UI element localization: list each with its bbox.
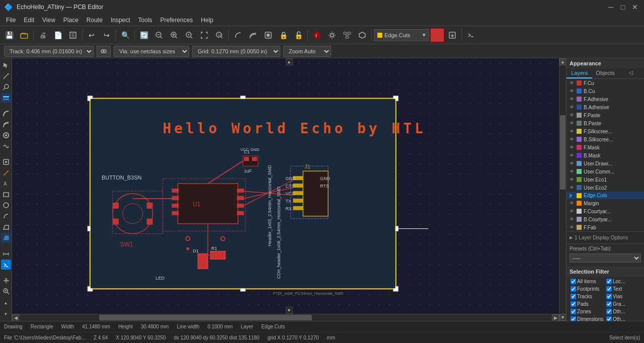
- unlock-button[interactable]: 🔓: [291, 28, 305, 42]
- tuning-tool[interactable]: [1, 141, 11, 151]
- tab-layers[interactable]: Layers: [567, 68, 592, 78]
- menu-inspect[interactable]: Inspect: [107, 16, 134, 25]
- canvas-scroll-up[interactable]: ▲: [286, 58, 293, 65]
- scroll-down-button[interactable]: ▼: [1, 309, 11, 319]
- diff-pair-tool[interactable]: [1, 120, 11, 130]
- hscroll-left-arrow[interactable]: ◀: [12, 314, 19, 321]
- close-button[interactable]: ✕: [630, 2, 640, 12]
- sf-gra[interactable]: Gra...: [606, 301, 640, 307]
- zoom-select-tool[interactable]: [1, 286, 11, 296]
- layer-fsilkscreen[interactable]: 👁 F.Silkscree...: [567, 127, 644, 135]
- layer-eye-margin[interactable]: 👁: [569, 200, 575, 206]
- sf-dimensions[interactable]: Dimensions: [571, 316, 604, 321]
- layer-eye-bsilkscreen[interactable]: 👁: [569, 136, 575, 142]
- print-button[interactable]: 🖨: [36, 28, 50, 42]
- place-footprint-tool[interactable]: [1, 157, 11, 167]
- netlist-button[interactable]: [340, 28, 354, 42]
- layer-eye-usereco2[interactable]: 👁: [569, 185, 575, 191]
- scripting-button-left[interactable]: [1, 260, 11, 270]
- layer-fpaste[interactable]: 👁 F.Paste: [567, 111, 644, 119]
- layer-eye-fmask[interactable]: 👁: [569, 144, 575, 150]
- minimize-button[interactable]: ─: [606, 2, 616, 12]
- maximize-button[interactable]: □: [618, 2, 628, 12]
- layer-eye-usereco1[interactable]: 👁: [569, 177, 575, 183]
- track-selector[interactable]: Track: 0.406 mm (0.01600 in): [4, 46, 94, 57]
- hscroll-right-arrow[interactable]: ▶: [552, 314, 559, 321]
- menu-place[interactable]: Place: [59, 16, 83, 25]
- sf-oth2[interactable]: Oth...: [606, 316, 640, 321]
- route-track-tool[interactable]: [1, 109, 11, 119]
- zoom-in-button[interactable]: [167, 28, 181, 42]
- export-button[interactable]: [445, 28, 459, 42]
- zoom-custom-button[interactable]: 1:1: [212, 28, 226, 42]
- locked-button[interactable]: 🔒: [276, 28, 290, 42]
- layer-bmask[interactable]: 👁 B.Mask: [567, 151, 644, 159]
- track-settings-button[interactable]: [97, 46, 111, 57]
- layer-bsilkscreen[interactable]: 👁 B.Silkscree...: [567, 135, 644, 143]
- scroll-up-button[interactable]: ▲: [1, 298, 11, 308]
- vscroll-track[interactable]: [559, 65, 566, 314]
- add-text-tool[interactable]: A: [1, 179, 11, 189]
- presets-dropdown[interactable]: -----: [570, 253, 641, 263]
- sf-footprints[interactable]: Footprints: [571, 286, 604, 292]
- sf-dimensions-check[interactable]: [571, 316, 576, 321]
- gerber-button[interactable]: [66, 28, 80, 42]
- layer-fcu[interactable]: 👁 F.Cu: [567, 79, 644, 87]
- sf-vias[interactable]: Vias: [606, 294, 640, 299]
- menu-view[interactable]: View: [38, 16, 59, 25]
- layer-ffab[interactable]: 👁 F.Fab: [567, 223, 644, 231]
- draw-zone-tool[interactable]: [1, 233, 11, 243]
- layer-usereco1[interactable]: 👁 User.Eco1: [567, 176, 644, 184]
- tab-collapse[interactable]: ◁: [618, 68, 644, 78]
- via-selector[interactable]: Via: use netclass sizes: [114, 46, 189, 57]
- menu-help[interactable]: Help: [197, 16, 217, 25]
- layer-eye-fadhesive[interactable]: 👁: [569, 96, 575, 102]
- grid-selector[interactable]: Grid: 0.1270 mm (0.0050 in): [192, 46, 280, 57]
- layer-bcu[interactable]: 👁 B.Cu: [567, 87, 644, 95]
- hscroll-track[interactable]: [19, 314, 552, 321]
- sf-pads[interactable]: Pads: [571, 301, 604, 307]
- layer-eye-usercomments[interactable]: 👁: [569, 168, 575, 175]
- sf-all-items-check[interactable]: [571, 279, 576, 284]
- sf-text[interactable]: Text: [606, 286, 640, 292]
- layer-expand-edgecuts[interactable]: [569, 194, 575, 198]
- sf-vias-check[interactable]: [606, 294, 612, 299]
- sf-zones-check[interactable]: [571, 309, 576, 314]
- draw-rect-tool[interactable]: [1, 190, 11, 200]
- layer-eye-fpaste[interactable]: 👁: [569, 112, 575, 118]
- layer-selector[interactable]: Edge.Cuts ▾: [374, 29, 429, 41]
- layer-fcourtyard[interactable]: 👁 F.Courtyar...: [567, 207, 644, 215]
- route-button[interactable]: [231, 28, 245, 42]
- hscroll-thumb[interactable]: [99, 315, 312, 320]
- sf-pads-check[interactable]: [571, 301, 576, 307]
- layer-eye-badhesive[interactable]: 👁: [569, 104, 575, 110]
- move-exact-tool[interactable]: [1, 276, 11, 286]
- scripting-button[interactable]: [464, 28, 478, 42]
- save-button[interactable]: 💾: [2, 28, 16, 42]
- vscroll-thumb[interactable]: [560, 115, 566, 190]
- via-tool[interactable]: [1, 130, 11, 140]
- menu-edit[interactable]: Edit: [20, 16, 38, 25]
- layer-eye-ffab[interactable]: 👁: [569, 224, 575, 230]
- layer-eye-fcourtyard[interactable]: 👁: [569, 208, 575, 214]
- layer-usereco2[interactable]: 👁 User.Eco2: [567, 184, 644, 192]
- layer-highlight-button[interactable]: [430, 28, 444, 42]
- fill-zone-tool[interactable]: [1, 222, 11, 232]
- layer-margin[interactable]: 👁 Margin: [567, 199, 644, 207]
- sf-oth-check[interactable]: [606, 309, 612, 314]
- vertical-scrollbar[interactable]: ▲ ▼: [559, 58, 566, 321]
- horizontal-scrollbar[interactable]: ◀ ▶: [12, 314, 559, 321]
- 3d-viewer-button[interactable]: [355, 28, 369, 42]
- redo-button[interactable]: ↪: [100, 28, 114, 42]
- layer-eye-bpaste[interactable]: 👁: [569, 120, 575, 126]
- layer-userdrawings[interactable]: 👁 User.Drawi...: [567, 159, 644, 167]
- layer-edgecuts[interactable]: Edge.Cuts: [567, 192, 644, 199]
- sf-footprints-check[interactable]: [571, 286, 576, 292]
- sf-loc-check[interactable]: [606, 279, 612, 284]
- menu-preferences[interactable]: Preferences: [156, 16, 197, 25]
- tab-objects[interactable]: Objects: [592, 68, 618, 78]
- layer-eye-bcourtyard[interactable]: 👁: [569, 216, 575, 222]
- menu-route[interactable]: Route: [83, 16, 107, 25]
- menu-tools[interactable]: Tools: [134, 16, 156, 25]
- sf-tracks[interactable]: Tracks: [571, 294, 604, 299]
